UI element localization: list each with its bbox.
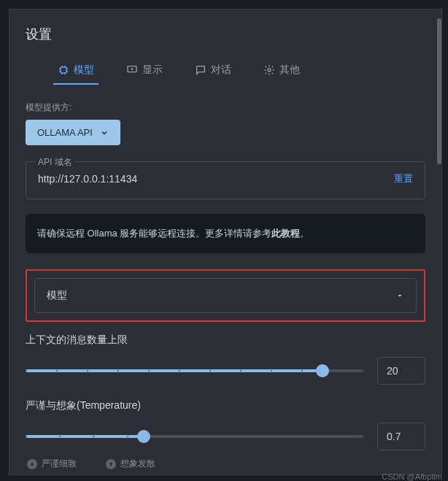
context-slider[interactable]	[26, 364, 363, 377]
api-legend: API 域名	[35, 156, 75, 169]
settings-panel: 设置 模型 显示 对话 其他 模型提供方: OLLAMA API	[9, 9, 442, 475]
svg-rect-0	[61, 67, 66, 73]
svg-point-3	[268, 69, 271, 72]
monitor-icon	[126, 64, 138, 76]
notice-suffix: 。	[300, 228, 309, 239]
api-domain-field: API 域名 http://127.0.0.1:11434 重置	[26, 161, 425, 199]
chip-icon	[58, 64, 69, 76]
notice-box: 请确保远程 Ollama 服务能够远程连接。更多详情请参考此教程。	[26, 214, 425, 253]
provider-select[interactable]: OLLAMA API	[26, 120, 120, 145]
caret-down-icon	[395, 291, 404, 300]
tab-chat[interactable]: 对话	[195, 64, 231, 84]
watermark: CSDN @Afbpltm	[382, 472, 442, 481]
reset-button[interactable]: 重置	[394, 172, 413, 185]
temperature-label: 严谨与想象(Temperature)	[26, 399, 425, 412]
hint-high: 想象发散	[106, 458, 155, 470]
notice-link[interactable]: 此教程	[271, 228, 300, 239]
temperature-section: 严谨与想象(Temperature) 严谨细致 想象发散	[26, 399, 425, 470]
temperature-slider[interactable]	[26, 430, 363, 443]
tab-display[interactable]: 显示	[126, 64, 163, 84]
context-value[interactable]	[377, 357, 425, 385]
tab-label: 显示	[142, 64, 163, 77]
model-select[interactable]: 模型	[34, 278, 417, 313]
hint-low: 严谨细致	[27, 458, 77, 470]
arrow-up-icon	[106, 459, 116, 469]
tab-label: 模型	[74, 64, 94, 77]
provider-label: 模型提供方:	[26, 101, 425, 114]
temperature-hints: 严谨细致 想象发散	[26, 458, 425, 470]
slider-thumb[interactable]	[316, 364, 329, 377]
gear-icon	[263, 64, 275, 76]
temperature-value[interactable]	[377, 423, 425, 450]
notice-text: 请确保远程 Ollama 服务能够远程连接。更多详情请参考	[37, 228, 271, 239]
api-input[interactable]: http://127.0.0.1:11434	[38, 173, 385, 185]
tabs: 模型 显示 对话 其他	[26, 64, 425, 84]
model-select-highlight: 模型	[26, 269, 425, 322]
slider-thumb[interactable]	[137, 430, 150, 443]
tab-label: 其他	[279, 64, 300, 77]
chat-icon	[195, 64, 206, 76]
page-title: 设置	[26, 26, 425, 43]
provider-value: OLLAMA API	[37, 127, 93, 138]
context-label: 上下文的消息数量上限	[26, 334, 425, 347]
tab-model[interactable]: 模型	[58, 64, 94, 84]
tab-other[interactable]: 其他	[263, 64, 300, 84]
context-section: 上下文的消息数量上限	[26, 334, 425, 385]
chevron-down-icon	[100, 128, 109, 137]
svg-point-2	[131, 69, 132, 69]
scrollbar[interactable]	[437, 18, 441, 164]
tab-label: 对话	[211, 64, 231, 77]
model-select-label: 模型	[47, 289, 67, 302]
arrow-down-icon	[27, 459, 37, 469]
